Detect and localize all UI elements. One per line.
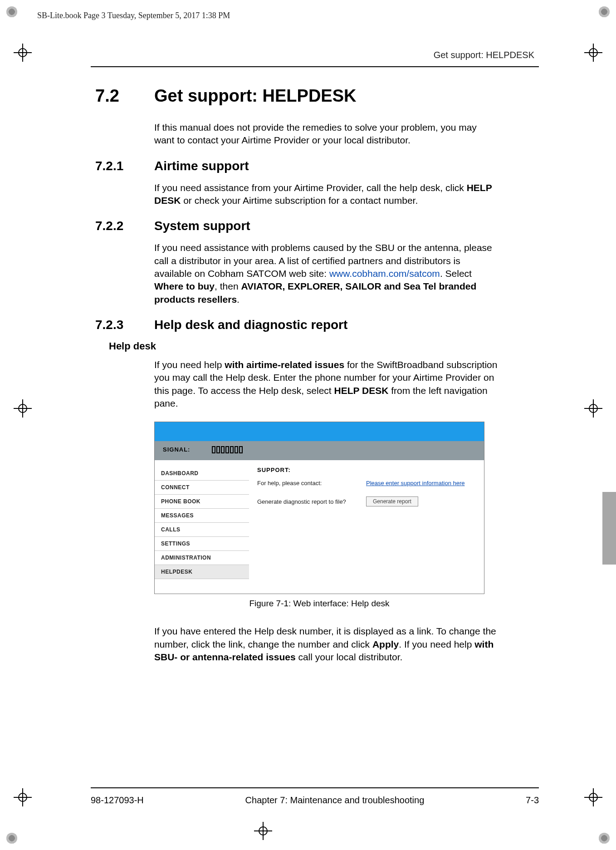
support-info-link[interactable]: Please enter support information here <box>366 480 465 486</box>
webui-screenshot: SIGNAL: DASHBOARD CONNECT PHONE BOOK MES… <box>154 422 484 594</box>
generate-report-label: Generate diagnostic report to file? <box>257 498 357 505</box>
paragraph-723-1: If you need help with airtime-related is… <box>154 359 499 410</box>
footer-rule <box>91 787 539 788</box>
print-meta-header: SB-Lite.book Page 3 Tuesday, September 5… <box>37 11 230 20</box>
nav-helpdesk[interactable]: HELPDESK <box>155 565 249 579</box>
webui-header-bar <box>155 422 484 441</box>
figure-caption: Figure 7-1: Web interface: Help desk <box>154 599 484 609</box>
help-contact-label: For help, please contact: <box>257 480 357 486</box>
figure-7-1: SIGNAL: DASHBOARD CONNECT PHONE BOOK MES… <box>154 422 484 609</box>
paragraph-721: If you need assistance from your Airtime… <box>154 182 499 207</box>
nav-administration[interactable]: ADMINISTRATION <box>155 551 249 565</box>
heading-721-number: 7.2.1 <box>95 159 154 173</box>
footer: 98-127093-H Chapter 7: Maintenance and t… <box>91 795 539 806</box>
registration-mark-icon <box>584 44 602 62</box>
registration-mark-icon <box>14 788 32 806</box>
registration-mark-icon <box>254 822 272 840</box>
heading-723: 7.2.3 Help desk and diagnostic report <box>95 318 539 332</box>
support-title: SUPPORT: <box>257 467 476 473</box>
paragraph-722: If you need assistance with problems cau… <box>154 241 499 306</box>
webui-signal-bar <box>155 441 484 460</box>
footer-chapter: Chapter 7: Maintenance and troubleshooti… <box>245 795 425 806</box>
page: SB-Lite.book Page 3 Tuesday, September 5… <box>0 0 616 850</box>
heading-722: 7.2.2 System support <box>95 219 539 233</box>
paragraph-723-2: If you have entered the Help desk number… <box>154 625 499 663</box>
content-area: 7.2 Get support: HELPDESK If this manual… <box>95 86 539 676</box>
heading-1-number: 7.2 <box>95 86 154 106</box>
nav-dashboard[interactable]: DASHBOARD <box>155 467 249 481</box>
registration-mark-icon <box>14 399 32 418</box>
nav-connect[interactable]: CONNECT <box>155 481 249 495</box>
crop-mark-icon <box>599 833 610 844</box>
crop-mark-icon <box>6 833 17 844</box>
header-rule <box>91 66 539 67</box>
signal-strength-icon <box>212 446 243 453</box>
heading-723-number: 7.2.3 <box>95 318 154 332</box>
subheading-helpdesk: Help desk <box>109 340 539 352</box>
nav-phone-book[interactable]: PHONE BOOK <box>155 495 249 509</box>
heading-1: 7.2 Get support: HELPDESK <box>95 86 539 106</box>
footer-pagenum: 7-3 <box>526 795 539 806</box>
nav-messages[interactable]: MESSAGES <box>155 509 249 523</box>
heading-723-title: Help desk and diagnostic report <box>154 318 347 332</box>
registration-mark-icon <box>584 399 602 418</box>
heading-1-title: Get support: HELPDESK <box>154 86 356 106</box>
satcom-link[interactable]: www.cobham.com/satcom <box>329 268 440 279</box>
heading-722-number: 7.2.2 <box>95 219 154 233</box>
heading-721: 7.2.1 Airtime support <box>95 159 539 173</box>
heading-722-title: System support <box>154 219 250 233</box>
footer-docnum: 98-127093-H <box>91 795 144 806</box>
webui-nav: DASHBOARD CONNECT PHONE BOOK MESSAGES CA… <box>155 460 249 594</box>
generate-report-button[interactable]: Generate report <box>366 496 418 506</box>
registration-mark-icon <box>584 788 602 806</box>
signal-label: SIGNAL: <box>163 446 190 453</box>
crop-mark-icon <box>6 6 17 17</box>
intro-paragraph: If this manual does not provide the reme… <box>154 121 499 147</box>
crop-mark-icon <box>599 6 610 17</box>
nav-calls[interactable]: CALLS <box>155 523 249 537</box>
registration-mark-icon <box>14 44 32 62</box>
webui-main: SUPPORT: For help, please contact: Pleas… <box>249 460 484 594</box>
thumb-tab <box>602 492 616 565</box>
heading-721-title: Airtime support <box>154 159 249 173</box>
running-head: Get support: HELPDESK <box>434 50 534 60</box>
nav-settings[interactable]: SETTINGS <box>155 537 249 551</box>
